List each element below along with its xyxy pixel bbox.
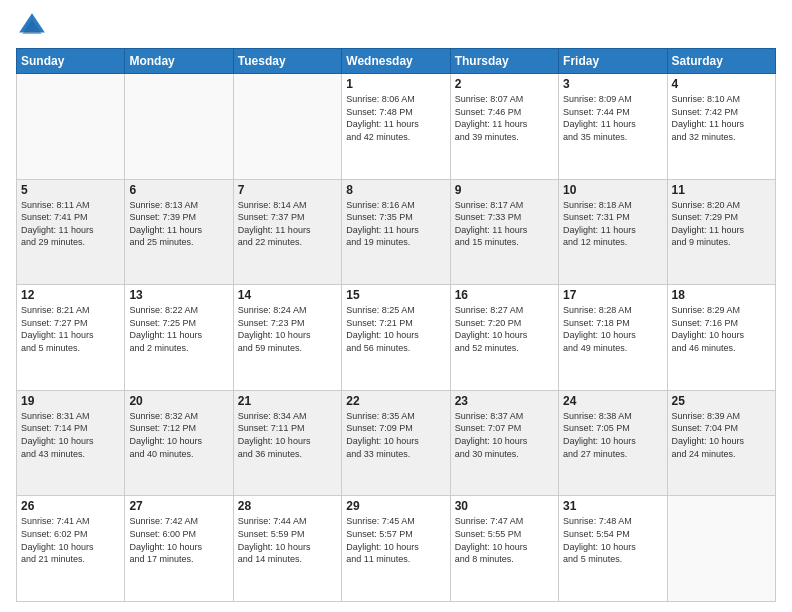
page: SundayMondayTuesdayWednesdayThursdayFrid…	[0, 0, 792, 612]
day-info: Sunrise: 7:47 AM Sunset: 5:55 PM Dayligh…	[455, 515, 554, 565]
day-number: 21	[238, 394, 337, 408]
day-number: 9	[455, 183, 554, 197]
week-row-4: 19Sunrise: 8:31 AM Sunset: 7:14 PM Dayli…	[17, 390, 776, 496]
day-info: Sunrise: 8:35 AM Sunset: 7:09 PM Dayligh…	[346, 410, 445, 460]
day-info: Sunrise: 8:20 AM Sunset: 7:29 PM Dayligh…	[672, 199, 771, 249]
calendar-cell: 14Sunrise: 8:24 AM Sunset: 7:23 PM Dayli…	[233, 285, 341, 391]
week-row-5: 26Sunrise: 7:41 AM Sunset: 6:02 PM Dayli…	[17, 496, 776, 602]
day-number: 22	[346, 394, 445, 408]
day-number: 19	[21, 394, 120, 408]
day-number: 3	[563, 77, 662, 91]
day-info: Sunrise: 8:28 AM Sunset: 7:18 PM Dayligh…	[563, 304, 662, 354]
calendar-cell: 8Sunrise: 8:16 AM Sunset: 7:35 PM Daylig…	[342, 179, 450, 285]
week-row-3: 12Sunrise: 8:21 AM Sunset: 7:27 PM Dayli…	[17, 285, 776, 391]
day-info: Sunrise: 8:22 AM Sunset: 7:25 PM Dayligh…	[129, 304, 228, 354]
calendar-cell: 18Sunrise: 8:29 AM Sunset: 7:16 PM Dayli…	[667, 285, 775, 391]
weekday-header-friday: Friday	[559, 49, 667, 74]
calendar-cell: 4Sunrise: 8:10 AM Sunset: 7:42 PM Daylig…	[667, 74, 775, 180]
calendar-cell: 15Sunrise: 8:25 AM Sunset: 7:21 PM Dayli…	[342, 285, 450, 391]
day-info: Sunrise: 7:44 AM Sunset: 5:59 PM Dayligh…	[238, 515, 337, 565]
day-info: Sunrise: 8:13 AM Sunset: 7:39 PM Dayligh…	[129, 199, 228, 249]
calendar-cell: 10Sunrise: 8:18 AM Sunset: 7:31 PM Dayli…	[559, 179, 667, 285]
day-info: Sunrise: 8:07 AM Sunset: 7:46 PM Dayligh…	[455, 93, 554, 143]
day-info: Sunrise: 8:17 AM Sunset: 7:33 PM Dayligh…	[455, 199, 554, 249]
calendar-cell	[667, 496, 775, 602]
weekday-header-monday: Monday	[125, 49, 233, 74]
day-number: 30	[455, 499, 554, 513]
calendar-cell: 1Sunrise: 8:06 AM Sunset: 7:48 PM Daylig…	[342, 74, 450, 180]
calendar-cell: 17Sunrise: 8:28 AM Sunset: 7:18 PM Dayli…	[559, 285, 667, 391]
week-row-2: 5Sunrise: 8:11 AM Sunset: 7:41 PM Daylig…	[17, 179, 776, 285]
day-number: 20	[129, 394, 228, 408]
day-info: Sunrise: 8:29 AM Sunset: 7:16 PM Dayligh…	[672, 304, 771, 354]
day-number: 4	[672, 77, 771, 91]
day-number: 14	[238, 288, 337, 302]
calendar-cell: 31Sunrise: 7:48 AM Sunset: 5:54 PM Dayli…	[559, 496, 667, 602]
calendar-cell: 23Sunrise: 8:37 AM Sunset: 7:07 PM Dayli…	[450, 390, 558, 496]
day-info: Sunrise: 7:48 AM Sunset: 5:54 PM Dayligh…	[563, 515, 662, 565]
logo	[16, 10, 52, 42]
calendar-cell: 21Sunrise: 8:34 AM Sunset: 7:11 PM Dayli…	[233, 390, 341, 496]
calendar-cell: 3Sunrise: 8:09 AM Sunset: 7:44 PM Daylig…	[559, 74, 667, 180]
calendar-cell: 13Sunrise: 8:22 AM Sunset: 7:25 PM Dayli…	[125, 285, 233, 391]
calendar-cell: 25Sunrise: 8:39 AM Sunset: 7:04 PM Dayli…	[667, 390, 775, 496]
day-info: Sunrise: 8:18 AM Sunset: 7:31 PM Dayligh…	[563, 199, 662, 249]
day-info: Sunrise: 8:06 AM Sunset: 7:48 PM Dayligh…	[346, 93, 445, 143]
day-info: Sunrise: 8:32 AM Sunset: 7:12 PM Dayligh…	[129, 410, 228, 460]
day-info: Sunrise: 8:10 AM Sunset: 7:42 PM Dayligh…	[672, 93, 771, 143]
calendar-cell	[233, 74, 341, 180]
day-info: Sunrise: 7:45 AM Sunset: 5:57 PM Dayligh…	[346, 515, 445, 565]
day-number: 17	[563, 288, 662, 302]
calendar-cell: 27Sunrise: 7:42 AM Sunset: 6:00 PM Dayli…	[125, 496, 233, 602]
day-info: Sunrise: 7:41 AM Sunset: 6:02 PM Dayligh…	[21, 515, 120, 565]
day-info: Sunrise: 8:16 AM Sunset: 7:35 PM Dayligh…	[346, 199, 445, 249]
logo-icon	[16, 10, 48, 42]
day-number: 11	[672, 183, 771, 197]
calendar-cell	[17, 74, 125, 180]
calendar-cell: 6Sunrise: 8:13 AM Sunset: 7:39 PM Daylig…	[125, 179, 233, 285]
day-info: Sunrise: 8:09 AM Sunset: 7:44 PM Dayligh…	[563, 93, 662, 143]
calendar-cell: 5Sunrise: 8:11 AM Sunset: 7:41 PM Daylig…	[17, 179, 125, 285]
calendar-cell: 7Sunrise: 8:14 AM Sunset: 7:37 PM Daylig…	[233, 179, 341, 285]
day-number: 2	[455, 77, 554, 91]
calendar-cell: 22Sunrise: 8:35 AM Sunset: 7:09 PM Dayli…	[342, 390, 450, 496]
day-info: Sunrise: 8:11 AM Sunset: 7:41 PM Dayligh…	[21, 199, 120, 249]
calendar-cell: 29Sunrise: 7:45 AM Sunset: 5:57 PM Dayli…	[342, 496, 450, 602]
day-info: Sunrise: 8:25 AM Sunset: 7:21 PM Dayligh…	[346, 304, 445, 354]
weekday-header-sunday: Sunday	[17, 49, 125, 74]
day-number: 28	[238, 499, 337, 513]
day-number: 7	[238, 183, 337, 197]
day-info: Sunrise: 7:42 AM Sunset: 6:00 PM Dayligh…	[129, 515, 228, 565]
calendar-cell: 20Sunrise: 8:32 AM Sunset: 7:12 PM Dayli…	[125, 390, 233, 496]
calendar-cell: 11Sunrise: 8:20 AM Sunset: 7:29 PM Dayli…	[667, 179, 775, 285]
day-number: 26	[21, 499, 120, 513]
day-number: 15	[346, 288, 445, 302]
calendar-cell: 2Sunrise: 8:07 AM Sunset: 7:46 PM Daylig…	[450, 74, 558, 180]
weekday-header-saturday: Saturday	[667, 49, 775, 74]
calendar-cell: 30Sunrise: 7:47 AM Sunset: 5:55 PM Dayli…	[450, 496, 558, 602]
day-info: Sunrise: 8:37 AM Sunset: 7:07 PM Dayligh…	[455, 410, 554, 460]
day-number: 12	[21, 288, 120, 302]
day-number: 13	[129, 288, 228, 302]
calendar-table: SundayMondayTuesdayWednesdayThursdayFrid…	[16, 48, 776, 602]
day-number: 5	[21, 183, 120, 197]
calendar-cell: 12Sunrise: 8:21 AM Sunset: 7:27 PM Dayli…	[17, 285, 125, 391]
calendar-cell: 24Sunrise: 8:38 AM Sunset: 7:05 PM Dayli…	[559, 390, 667, 496]
day-info: Sunrise: 8:39 AM Sunset: 7:04 PM Dayligh…	[672, 410, 771, 460]
day-number: 1	[346, 77, 445, 91]
day-number: 10	[563, 183, 662, 197]
calendar-cell: 16Sunrise: 8:27 AM Sunset: 7:20 PM Dayli…	[450, 285, 558, 391]
calendar-cell	[125, 74, 233, 180]
day-number: 29	[346, 499, 445, 513]
day-info: Sunrise: 8:21 AM Sunset: 7:27 PM Dayligh…	[21, 304, 120, 354]
day-info: Sunrise: 8:14 AM Sunset: 7:37 PM Dayligh…	[238, 199, 337, 249]
header	[16, 10, 776, 42]
day-number: 31	[563, 499, 662, 513]
day-number: 6	[129, 183, 228, 197]
calendar-cell: 26Sunrise: 7:41 AM Sunset: 6:02 PM Dayli…	[17, 496, 125, 602]
day-number: 25	[672, 394, 771, 408]
day-number: 16	[455, 288, 554, 302]
day-number: 8	[346, 183, 445, 197]
day-info: Sunrise: 8:27 AM Sunset: 7:20 PM Dayligh…	[455, 304, 554, 354]
week-row-1: 1Sunrise: 8:06 AM Sunset: 7:48 PM Daylig…	[17, 74, 776, 180]
